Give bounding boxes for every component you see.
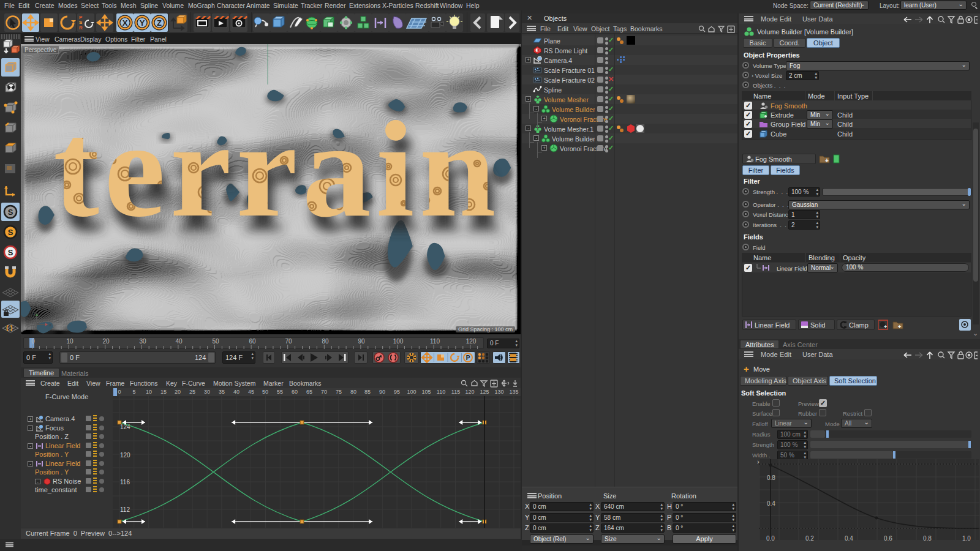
svg-text:+: + bbox=[884, 324, 887, 330]
svg-text:130: 130 bbox=[494, 389, 503, 395]
svg-text:0: 0 bbox=[118, 389, 121, 395]
svg-text:Y: Y bbox=[140, 18, 145, 28]
svg-text:S: S bbox=[8, 228, 13, 237]
svg-text:R: R bbox=[79, 25, 83, 31]
svg-text:110: 110 bbox=[437, 389, 445, 395]
svg-text:S: S bbox=[8, 248, 13, 257]
svg-text:120: 120 bbox=[120, 452, 130, 459]
svg-text:120: 120 bbox=[465, 389, 474, 395]
svg-text:40: 40 bbox=[233, 389, 239, 395]
svg-text:P: P bbox=[466, 354, 470, 361]
svg-text:30: 30 bbox=[204, 389, 210, 395]
svg-text:35: 35 bbox=[219, 389, 225, 395]
svg-text:15: 15 bbox=[160, 389, 167, 395]
svg-text:z: z bbox=[33, 310, 36, 316]
svg-text:116: 116 bbox=[120, 479, 130, 485]
svg-text:+: + bbox=[825, 157, 829, 164]
svg-text:x: x bbox=[49, 322, 51, 328]
svg-text:55: 55 bbox=[277, 389, 283, 395]
svg-text:50: 50 bbox=[262, 389, 268, 395]
svg-text:90: 90 bbox=[379, 389, 385, 395]
svg-text:105: 105 bbox=[421, 389, 431, 395]
svg-text:75: 75 bbox=[336, 389, 342, 395]
svg-text:S: S bbox=[79, 20, 83, 25]
svg-text:S: S bbox=[8, 208, 13, 217]
svg-text:100: 100 bbox=[407, 389, 416, 395]
svg-text:25: 25 bbox=[189, 389, 195, 395]
svg-text:125: 125 bbox=[480, 389, 489, 395]
svg-text:95: 95 bbox=[394, 389, 400, 395]
svg-text:5: 5 bbox=[132, 389, 135, 395]
svg-text:124: 124 bbox=[120, 424, 130, 430]
svg-text:85: 85 bbox=[364, 389, 371, 395]
svg-text:20: 20 bbox=[175, 389, 181, 395]
svg-text:80: 80 bbox=[350, 389, 356, 395]
svg-text:Z: Z bbox=[157, 18, 162, 28]
svg-text:X: X bbox=[123, 18, 128, 28]
svg-text:60: 60 bbox=[292, 389, 298, 395]
svg-text:45: 45 bbox=[248, 389, 254, 395]
svg-text:70: 70 bbox=[321, 389, 327, 395]
svg-text:112: 112 bbox=[120, 506, 130, 513]
svg-text:+: + bbox=[898, 324, 901, 330]
svg-text:65: 65 bbox=[306, 389, 312, 395]
svg-text:10: 10 bbox=[146, 389, 152, 395]
svg-text:115: 115 bbox=[451, 389, 460, 395]
svg-text:135: 135 bbox=[509, 389, 518, 395]
